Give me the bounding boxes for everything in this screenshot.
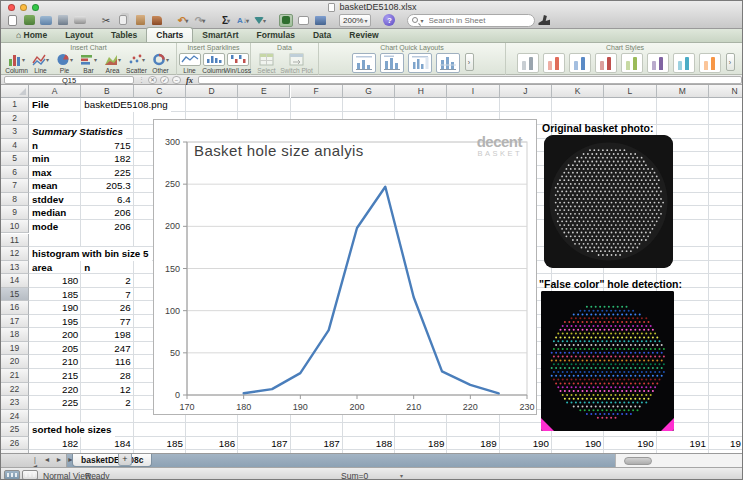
chart-style-thumb[interactable] bbox=[673, 53, 695, 73]
select-data-button[interactable]: Select bbox=[256, 52, 278, 74]
media-browser-button[interactable] bbox=[313, 14, 327, 27]
cell-B26[interactable]: 184 bbox=[81, 437, 133, 451]
quick-layout-thumb[interactable] bbox=[408, 53, 432, 73]
cell-L26[interactable]: 190 bbox=[604, 437, 656, 451]
tab-charts[interactable]: Charts bbox=[146, 27, 193, 42]
row-header-14[interactable]: 14 bbox=[1, 274, 29, 288]
cell-B18[interactable]: 198 bbox=[81, 328, 133, 342]
cell-A20[interactable]: 210 bbox=[29, 355, 81, 369]
cell-B14[interactable]: 2 bbox=[81, 274, 133, 288]
cell-B23[interactable]: 2 bbox=[81, 396, 133, 410]
search-scope-caret[interactable]: ▾ bbox=[420, 17, 423, 24]
row-header-11[interactable]: 11 bbox=[1, 234, 29, 248]
row-header-20[interactable]: 20 bbox=[1, 355, 29, 369]
insert-other-chart-button[interactable]: ▾ Other bbox=[150, 52, 172, 74]
sparkline-line-button[interactable]: Line bbox=[179, 52, 201, 74]
cell-B7[interactable]: 205.3 bbox=[81, 179, 133, 193]
tab-layout[interactable]: Layout bbox=[56, 28, 102, 42]
original-basket-photo[interactable] bbox=[544, 135, 673, 268]
column-header-A[interactable]: A bbox=[29, 85, 81, 98]
column-header-H[interactable]: H bbox=[395, 85, 447, 98]
row-header-21[interactable]: 21 bbox=[1, 369, 29, 383]
cell-B1[interactable]: basketDE5108.png bbox=[81, 98, 170, 112]
insert-area-chart-button[interactable]: ▾ Area bbox=[102, 52, 124, 74]
cell-B20[interactable]: 116 bbox=[81, 355, 133, 369]
cell-A18[interactable]: 200 bbox=[29, 328, 81, 342]
filter-button[interactable]: ▾ bbox=[253, 14, 267, 27]
chart-style-thumb[interactable] bbox=[595, 53, 617, 73]
row-header-19[interactable]: 19 bbox=[1, 342, 29, 356]
paste-button[interactable] bbox=[133, 14, 147, 27]
print-button[interactable] bbox=[73, 14, 87, 27]
customize-toolbar-icon[interactable] bbox=[538, 15, 550, 25]
cell-A13[interactable]: area bbox=[29, 261, 81, 275]
row-header-6[interactable]: 6 bbox=[1, 166, 29, 180]
tab-formulas[interactable]: Formulas bbox=[248, 28, 304, 42]
chart-style-thumb[interactable] bbox=[569, 53, 591, 73]
chart-style-thumb[interactable] bbox=[517, 53, 539, 73]
chart-object[interactable]: 050100150200250300170180190200210220230 … bbox=[153, 119, 537, 415]
chart-styles-more-button[interactable]: › bbox=[726, 53, 735, 71]
copy-button[interactable] bbox=[116, 14, 130, 27]
false-color-image[interactable] bbox=[541, 291, 674, 431]
tab-data[interactable]: Data bbox=[304, 28, 340, 42]
column-header-G[interactable]: G bbox=[343, 85, 395, 98]
column-header-E[interactable]: E bbox=[238, 85, 290, 98]
cell-J26[interactable]: 190 bbox=[500, 437, 552, 451]
sort-button[interactable]: A↓▾ bbox=[236, 14, 250, 27]
cell-A6[interactable]: max bbox=[29, 166, 81, 180]
cell-E26[interactable]: 187 bbox=[238, 437, 290, 451]
collapse-button[interactable]: − bbox=[172, 76, 181, 84]
row-header-15[interactable]: 15 bbox=[1, 288, 29, 302]
row-header-10[interactable]: 10 bbox=[1, 220, 29, 234]
insert-scatter-chart-button[interactable]: ▾ Scatter bbox=[126, 52, 148, 74]
search-input[interactable] bbox=[427, 15, 531, 26]
row-header-13[interactable]: 13 bbox=[1, 261, 29, 275]
cell-A1[interactable]: File bbox=[29, 98, 81, 112]
cell-B8[interactable]: 6.4 bbox=[81, 193, 133, 207]
cell-A12[interactable]: histogram with bin size 5 bbox=[29, 247, 152, 261]
cell-B17[interactable]: 77 bbox=[81, 315, 133, 329]
row-header-3[interactable]: 3 bbox=[1, 125, 29, 139]
column-header-K[interactable]: K bbox=[552, 85, 604, 98]
autosum-button[interactable]: Σ▾ bbox=[219, 14, 233, 27]
cell-A7[interactable]: mean bbox=[29, 179, 81, 193]
cell-A26[interactable]: 182 bbox=[29, 437, 81, 451]
row-header-8[interactable]: 8 bbox=[1, 193, 29, 207]
cell-H26[interactable]: 189 bbox=[395, 437, 447, 451]
tab-tables[interactable]: Tables bbox=[102, 28, 146, 42]
row-header-7[interactable]: 7 bbox=[1, 179, 29, 193]
chart-style-thumb[interactable] bbox=[543, 53, 565, 73]
insert-function-button[interactable]: fx bbox=[186, 75, 193, 85]
insert-bar-chart-button[interactable]: ▾ Bar bbox=[78, 52, 100, 74]
sparkline-winloss-button[interactable]: Win/Loss bbox=[227, 52, 249, 74]
accept-entry-button[interactable]: ✓ bbox=[160, 76, 169, 84]
zoom-select[interactable]: 200%▾ bbox=[339, 14, 371, 27]
row-header-18[interactable]: 18 bbox=[1, 328, 29, 342]
cell-A22[interactable]: 220 bbox=[29, 383, 81, 397]
cell-A4[interactable]: n bbox=[29, 139, 81, 153]
cell-C26[interactable]: 185 bbox=[134, 437, 186, 451]
toolbox-button[interactable] bbox=[279, 14, 293, 27]
cell-B5[interactable]: 182 bbox=[81, 152, 133, 166]
column-header-B[interactable]: B bbox=[81, 85, 133, 98]
cell-A10[interactable]: mode bbox=[29, 220, 81, 234]
column-header-C[interactable]: C bbox=[134, 85, 186, 98]
cell-G26[interactable]: 188 bbox=[343, 437, 395, 451]
row-header-26[interactable]: 26 bbox=[1, 437, 29, 451]
chart-style-thumb[interactable] bbox=[699, 53, 721, 73]
quick-layouts-more-button[interactable]: › bbox=[465, 53, 474, 71]
row-header-12[interactable]: 12 bbox=[1, 247, 29, 261]
cell-B13[interactable]: n bbox=[81, 261, 133, 275]
switch-plot-button[interactable]: Switch Plot bbox=[280, 52, 314, 74]
page-layout-view-button[interactable] bbox=[22, 470, 38, 480]
column-header-J[interactable]: J bbox=[500, 85, 552, 98]
select-all-corner[interactable] bbox=[1, 85, 29, 98]
quick-layout-thumb[interactable] bbox=[352, 53, 376, 73]
cell-B21[interactable]: 28 bbox=[81, 369, 133, 383]
column-header-N[interactable]: N bbox=[709, 85, 743, 98]
insert-line-chart-button[interactable]: ▾ Line bbox=[30, 52, 52, 74]
name-box[interactable]: Q15 bbox=[4, 76, 134, 84]
cell-A15[interactable]: 185 bbox=[29, 288, 81, 302]
quick-layout-thumb[interactable] bbox=[380, 53, 404, 73]
